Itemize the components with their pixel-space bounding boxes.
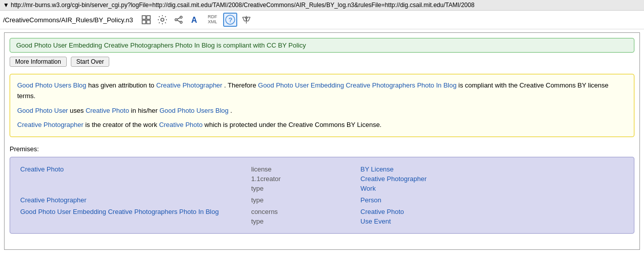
text-therefore: . Therefore [224, 81, 258, 89]
explanation-line-2: Good Photo User uses Creative Photo in h… [17, 106, 627, 116]
text-creative-photographer-2: Creative Photographer [17, 121, 83, 128]
object-work: Work [359, 184, 626, 193]
font-icon[interactable]: A [188, 13, 202, 27]
subject-empty-2 [18, 184, 249, 193]
table-row: Creative Photographer type Person [18, 193, 626, 205]
predicate-creator: 1.1creator [249, 174, 358, 184]
predicate-concerns: concerns [249, 205, 358, 216]
predicate-license: license [249, 164, 358, 174]
premises-box: Creative Photo license BY License 1.1cre… [10, 157, 634, 234]
grid-icon[interactable] [139, 13, 153, 27]
explanation-line-3: Creative Photographer is the creator of … [17, 120, 627, 130]
predicate-type-2: type [249, 193, 358, 205]
subject-creative-photographer: Creative Photographer [18, 193, 249, 205]
explanation-box: Good Photo Users Blog has given attribut… [10, 74, 634, 137]
text-attribution: has given attribution to [88, 81, 156, 89]
rdf-xml-label: RDFXML [208, 15, 218, 25]
text-good-photo-embedding: Good Photo User Embedding Creative Photo… [258, 81, 456, 89]
svg-point-5 [180, 16, 182, 18]
svg-point-4 [161, 18, 164, 21]
svg-point-6 [175, 19, 177, 21]
premises-label: Premises: [10, 145, 634, 153]
table-row: type Work [18, 184, 626, 193]
path-label: /CreativeCommons/AIR_Rules/BY_Policy.n3 [3, 16, 133, 24]
svg-rect-0 [142, 16, 146, 19]
object-use-event: Use Event [359, 216, 626, 226]
premises-table: Creative Photo license BY License 1.1cre… [18, 164, 626, 226]
table-row: 1.1creator Creative Photographer [18, 174, 626, 184]
more-information-button[interactable]: More Information [10, 57, 67, 67]
url-bar: ▼ http://mr-burns.w3.org/cgi-bin/server_… [0, 0, 644, 11]
toolbar: /CreativeCommons/AIR_Rules/BY_Policy.n3 … [0, 11, 644, 29]
text-creative-photo-1: Creative Photo [85, 107, 129, 114]
svg-rect-2 [142, 20, 146, 24]
object-person: Person [359, 193, 626, 205]
object-creative-photographer: Creative Photographer [359, 174, 626, 184]
buttons-row: More Information Start Over [10, 57, 634, 67]
question-icon[interactable]: ? [223, 13, 237, 27]
svg-text:?: ? [228, 16, 232, 24]
text-period-1: . [230, 107, 232, 114]
main-content: Good Photo User Embedding Creative Photo… [4, 32, 640, 250]
svg-line-9 [177, 20, 180, 22]
text-in-blog: in his/her [131, 107, 159, 114]
text-protected: which is protected under the Creative Co… [204, 121, 381, 128]
table-row: Creative Photo license BY License [18, 164, 626, 174]
predicate-type-1: type [249, 184, 358, 193]
svg-text:A: A [191, 16, 197, 24]
subject-empty-3 [18, 216, 249, 226]
subject-creative-photo: Creative Photo [18, 164, 249, 174]
text-uses: uses [70, 107, 85, 114]
text-good-photo-users-blog: Good Photo Users Blog [17, 81, 87, 89]
text-creative-photo-2: Creative Photo [159, 121, 202, 128]
result-banner: Good Photo User Embedding Creative Photo… [10, 38, 634, 53]
text-good-photo-users-blog-2: Good Photo Users Blog [159, 107, 229, 114]
table-row: Good Photo User Embedding Creative Photo… [18, 205, 626, 216]
object-creative-photo: Creative Photo [359, 205, 626, 216]
svg-rect-3 [147, 20, 150, 24]
svg-rect-1 [147, 16, 150, 19]
svg-line-8 [177, 18, 180, 19]
gear-icon[interactable] [155, 13, 169, 27]
subject-good-photo-embedding: Good Photo User Embedding Creative Photo… [18, 205, 249, 216]
svg-point-7 [180, 21, 182, 23]
explanation-line-1: Good Photo Users Blog has given attribut… [17, 80, 627, 102]
rdf-xml-icon[interactable]: RDFXML [204, 13, 221, 27]
table-row: type Use Event [18, 216, 626, 226]
share-icon[interactable] [171, 13, 186, 27]
predicate-type-3: type [249, 216, 358, 226]
object-by-license: BY License [359, 164, 626, 174]
text-creative-photographer-1: Creative Photographer [156, 81, 223, 89]
text-good-photo-user: Good Photo User [17, 107, 68, 114]
scale-icon[interactable] [239, 13, 253, 27]
start-over-button[interactable]: Start Over [71, 57, 110, 67]
subject-empty-1 [18, 174, 249, 184]
text-creator: is the creator of the work [85, 121, 159, 128]
